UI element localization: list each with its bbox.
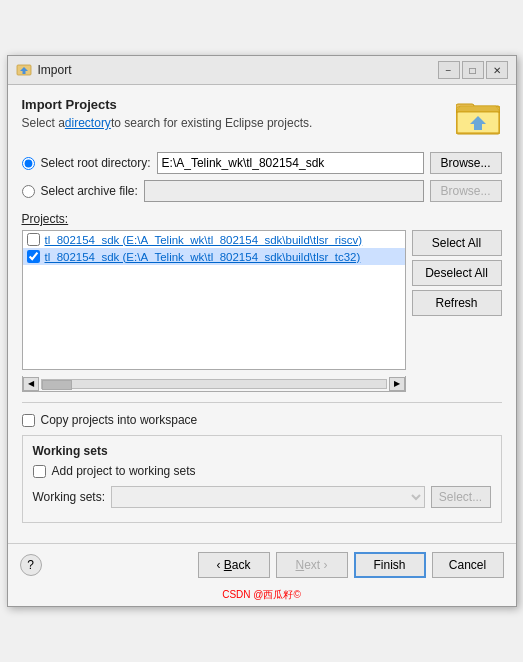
project-checkbox-0[interactable] xyxy=(27,233,40,246)
working-sets-select-row: Working sets: Select... xyxy=(33,486,491,508)
add-to-working-sets-row: Add project to working sets xyxy=(33,464,491,478)
help-button[interactable]: ? xyxy=(20,554,42,576)
projects-section: Projects: tl_802154_sdk (E:\A_Telink_wk\… xyxy=(22,212,502,392)
desc-text1: Select a xyxy=(22,116,65,130)
page-title: Import Projects xyxy=(22,97,313,112)
archive-input[interactable] xyxy=(144,180,424,202)
separator-1 xyxy=(22,402,502,403)
title-bar-left: Import xyxy=(16,62,72,78)
refresh-button[interactable]: Refresh xyxy=(412,290,502,316)
project-item[interactable]: tl_802154_sdk (E:\A_Telink_wk\tl_802154_… xyxy=(23,231,405,248)
desc-link[interactable]: directory xyxy=(65,116,111,130)
select-all-button[interactable]: Select All xyxy=(412,230,502,256)
working-sets-select[interactable] xyxy=(111,486,425,508)
root-dir-row: Select root directory: Browse... xyxy=(22,152,502,174)
scrollbar-thumb[interactable] xyxy=(42,380,72,390)
title-bar-title: Import xyxy=(38,63,72,77)
add-working-sets-label: Add project to working sets xyxy=(52,464,196,478)
scrollbar-track[interactable] xyxy=(41,379,387,389)
title-bar: Import − □ ✕ xyxy=(8,56,516,85)
maximize-button[interactable]: □ xyxy=(462,61,484,79)
working-sets-select-button[interactable]: Select... xyxy=(431,486,491,508)
root-dir-label: Select root directory: xyxy=(41,156,151,170)
working-sets-select-label: Working sets: xyxy=(33,490,105,504)
add-working-sets-checkbox[interactable] xyxy=(33,465,46,478)
root-dir-radio[interactable] xyxy=(22,157,35,170)
watermark: CSDN @西瓜籽© xyxy=(8,586,516,606)
projects-label: Projects: xyxy=(22,212,502,226)
archive-browse-button[interactable]: Browse... xyxy=(430,180,502,202)
deselect-all-button[interactable]: Deselect All xyxy=(412,260,502,286)
projects-list: tl_802154_sdk (E:\A_Telink_wk\tl_802154_… xyxy=(22,230,406,370)
header-row: Import Projects Select a directory to se… xyxy=(22,97,502,142)
root-dir-browse-button[interactable]: Browse... xyxy=(430,152,502,174)
project-checkbox-1[interactable] xyxy=(27,250,40,263)
page-description: Select a directory to search for existin… xyxy=(22,116,313,130)
root-dir-input[interactable] xyxy=(157,152,424,174)
dialog-footer: ? ‹ Back Next › Finish Cancel xyxy=(8,543,516,586)
finish-button[interactable]: Finish xyxy=(354,552,426,578)
form-section: Select root directory: Browse... Select … xyxy=(22,152,502,202)
copy-checkbox[interactable] xyxy=(22,414,35,427)
project-text-0: tl_802154_sdk (E:\A_Telink_wk\tl_802154_… xyxy=(45,234,363,246)
footer-right: ‹ Back Next › Finish Cancel xyxy=(198,552,504,578)
import-dialog: Import − □ ✕ Import Projects Select a di… xyxy=(7,55,517,607)
folder-icon-area xyxy=(454,97,502,137)
close-button[interactable]: ✕ xyxy=(486,61,508,79)
folder-icon xyxy=(456,98,500,136)
copy-label: Copy projects into workspace xyxy=(41,413,198,427)
scroll-right-arrow[interactable]: ▶ xyxy=(389,377,405,391)
copy-checkbox-row: Copy projects into workspace xyxy=(22,413,502,427)
working-sets-section: Working sets Add project to working sets… xyxy=(22,435,502,523)
footer-left: ? xyxy=(20,554,42,576)
projects-scrollbar[interactable]: ◀ ▶ xyxy=(22,376,406,392)
next-button[interactable]: Next › xyxy=(276,552,348,578)
project-text-1: tl_802154_sdk (E:\A_Telink_wk\tl_802154_… xyxy=(45,251,361,263)
projects-area: tl_802154_sdk (E:\A_Telink_wk\tl_802154_… xyxy=(22,230,502,370)
import-title-icon xyxy=(16,62,32,78)
scroll-left-arrow[interactable]: ◀ xyxy=(23,377,39,391)
project-item[interactable]: tl_802154_sdk (E:\A_Telink_wk\tl_802154_… xyxy=(23,248,405,265)
archive-row: Select archive file: Browse... xyxy=(22,180,502,202)
back-button[interactable]: ‹ Back xyxy=(198,552,270,578)
minimize-button[interactable]: − xyxy=(438,61,460,79)
cancel-button[interactable]: Cancel xyxy=(432,552,504,578)
archive-radio[interactable] xyxy=(22,185,35,198)
title-bar-controls: − □ ✕ xyxy=(438,61,508,79)
projects-buttons: Select All Deselect All Refresh xyxy=(412,230,502,370)
desc-text2: to search for existing Eclipse projects. xyxy=(111,116,312,130)
svg-marker-5 xyxy=(456,106,500,112)
header-text-area: Import Projects Select a directory to se… xyxy=(22,97,313,142)
archive-label: Select archive file: xyxy=(41,184,138,198)
working-sets-title: Working sets xyxy=(33,444,491,458)
dialog-content: Import Projects Select a directory to se… xyxy=(8,85,516,543)
